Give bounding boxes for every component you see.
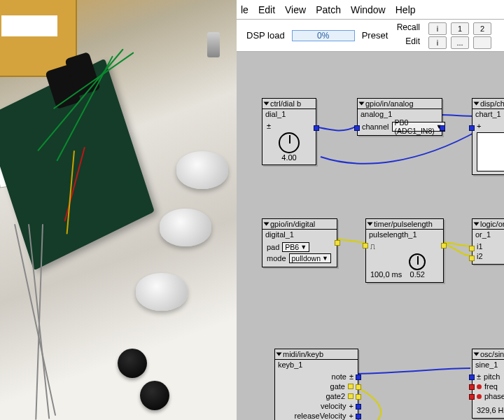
object-titlebar[interactable]: disp/chart p — [472, 99, 504, 109]
led-icon — [477, 384, 482, 389]
note-label: note — [332, 372, 346, 381]
dial-knob[interactable] — [279, 132, 300, 153]
collapse-icon[interactable] — [474, 102, 479, 106]
edit-button-more[interactable]: ... — [451, 36, 469, 49]
object-type: midi/in/keyb — [283, 350, 323, 358]
object-midi-keyb[interactable]: midi/in/keyb keyb_1 note± gate gate2 vel… — [274, 349, 358, 420]
inlet-pitch[interactable] — [469, 374, 475, 380]
pushbutton — [140, 381, 169, 410]
object-chart[interactable]: disp/chart p chart_1 + — [472, 98, 504, 175]
rotary-knob — [160, 209, 211, 246]
object-name: sine_1 — [472, 360, 504, 370]
recall-button-2[interactable]: 2 — [473, 22, 491, 35]
outlet-gate[interactable] — [356, 384, 361, 390]
pulse-dial[interactable] — [409, 253, 426, 270]
dsp-load-value: 0% — [317, 31, 329, 41]
plus-label: + — [349, 412, 354, 420]
object-name: or_1 — [472, 230, 504, 239]
inlet-freq[interactable] — [469, 384, 475, 390]
collapse-icon[interactable] — [264, 102, 270, 106]
mode-dropdown[interactable]: pulldown▼ — [289, 253, 331, 263]
recall-button-i[interactable]: i — [428, 22, 447, 35]
menubar: le Edit View Patch Window Help — [237, 0, 504, 20]
object-type: logic/or 2 — [480, 220, 504, 228]
collapse-icon[interactable] — [368, 223, 373, 226]
menu-view[interactable]: View — [285, 4, 306, 15]
mode-label: mode — [267, 254, 286, 262]
object-titlebar[interactable]: logic/or 2 — [472, 219, 504, 230]
outlet-gate2[interactable] — [356, 394, 361, 400]
object-titlebar[interactable]: gpio/in/digital — [262, 219, 337, 230]
pad-label: pad — [267, 243, 279, 251]
preset-controls: Recall i 1 2 Edit i ... — [397, 22, 494, 49]
object-titlebar[interactable]: ctrl/dial b — [262, 99, 316, 109]
outlet-bool[interactable] — [335, 240, 340, 246]
object-type: gpio/in/analog — [365, 99, 414, 108]
outlet-bool[interactable] — [441, 243, 447, 248]
pm-label: ± — [349, 372, 354, 381]
outlet-note[interactable] — [356, 374, 361, 380]
rotary-knob — [136, 273, 188, 311]
edit-button-i[interactable]: i — [428, 36, 447, 49]
mode-value: pulldown — [292, 254, 321, 262]
menu-help[interactable]: Help — [396, 4, 416, 15]
outlet-releasevelocity[interactable] — [356, 414, 361, 419]
inlet-i2[interactable] — [469, 255, 475, 261]
toolbar: DSP load 0% Preset Recall i 1 2 Edit i .… — [237, 20, 504, 52]
inlet-phase[interactable] — [469, 394, 475, 400]
edit-button-blank[interactable] — [473, 36, 491, 49]
recall-button-1[interactable]: 1 — [451, 22, 469, 35]
collapse-icon[interactable] — [276, 353, 282, 356]
dial-value: 4.00 — [267, 153, 312, 162]
plus-label: + — [477, 122, 481, 130]
object-logic-or[interactable]: logic/or 2 or_1 i1 i2 — [472, 218, 504, 265]
inlet[interactable] — [469, 125, 475, 131]
bool-indicator-icon — [348, 393, 354, 399]
collapse-icon[interactable] — [264, 223, 270, 226]
inlet-i1[interactable] — [469, 246, 475, 251]
object-pulselength[interactable]: timer/pulselength pulselength_1 ⎍ 100,0 … — [365, 218, 444, 283]
pulse-time-value: 100,0 ms — [370, 270, 402, 279]
object-osc-sine[interactable]: osc/sine sine_1 ±pitch freq phase 329,6 … — [472, 349, 504, 419]
object-titlebar[interactable]: gpio/in/analog — [358, 99, 442, 109]
outlet[interactable] — [314, 125, 319, 131]
menu-patch[interactable]: Patch — [316, 4, 341, 15]
collapse-icon[interactable] — [474, 353, 479, 356]
object-titlebar[interactable]: osc/sine — [472, 349, 504, 360]
velocity-label: velocity — [321, 402, 346, 410]
collapse-icon[interactable] — [359, 102, 365, 106]
collapse-icon[interactable] — [474, 223, 479, 226]
menu-edit[interactable]: Edit — [258, 4, 275, 15]
menu-file[interactable]: le — [241, 4, 248, 15]
patcher-window: le Edit View Patch Window Help DSP load … — [237, 0, 504, 420]
object-titlebar[interactable]: timer/pulselength — [366, 219, 443, 230]
outlet-velocity[interactable] — [356, 404, 361, 410]
i2-label: i2 — [477, 252, 483, 260]
object-type: osc/sine — [480, 350, 504, 358]
led-icon — [477, 394, 482, 399]
menu-window[interactable]: Window — [351, 4, 386, 15]
freq-label: freq — [484, 382, 498, 391]
channel-value: PB0 (ADC1_IN8) — [395, 118, 435, 135]
inlet-bool[interactable] — [363, 243, 368, 248]
chevron-down-icon: ▼ — [322, 255, 328, 262]
preset-label: Preset — [362, 30, 388, 41]
object-titlebar[interactable]: midi/in/keyb — [275, 349, 358, 360]
object-name: keyb_1 — [275, 360, 358, 370]
object-dial[interactable]: ctrl/dial b dial_1 ± 4.00 — [262, 98, 316, 165]
patch-canvas[interactable]: ctrl/dial b dial_1 ± 4.00 gpio/in/analog… — [237, 52, 504, 420]
pad-dropdown[interactable]: PB6▼ — [282, 242, 309, 252]
recall-label: Recall — [397, 22, 420, 35]
object-name: chart_1 — [472, 109, 504, 119]
object-name: dial_1 — [262, 109, 316, 119]
object-type: gpio/in/digital — [270, 220, 315, 228]
inlet[interactable] — [354, 125, 360, 131]
freq-value: 329,6 Hz — [477, 406, 504, 414]
object-digital-in[interactable]: gpio/in/digital digital_1 pad PB6▼ mode … — [262, 218, 337, 267]
outlet[interactable] — [440, 125, 445, 131]
object-analog-in[interactable]: gpio/in/analog analog_1 channel PB0 (ADC… — [357, 98, 442, 136]
object-type: disp/chart p — [480, 99, 504, 108]
object-type: timer/pulselength — [374, 220, 433, 228]
plus-label: + — [349, 402, 354, 410]
channel-dropdown[interactable]: PB0 (ADC1_IN8)▼ — [392, 122, 445, 132]
